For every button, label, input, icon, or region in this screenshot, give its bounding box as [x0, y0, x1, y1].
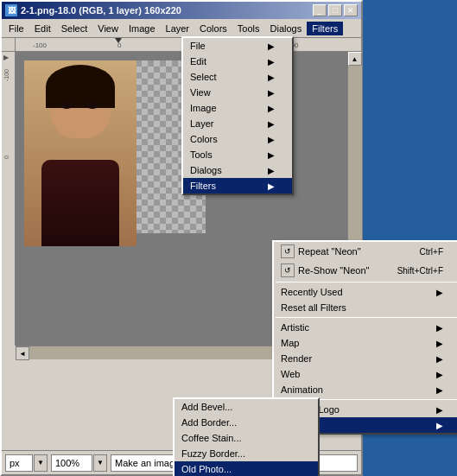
- map-arrow: ▶: [436, 339, 443, 348]
- scroll-up-button[interactable]: ▲: [348, 52, 362, 66]
- alpha-to-logo-arrow: ▶: [436, 405, 443, 415]
- render-label: Render: [281, 353, 312, 364]
- unit-arrow[interactable]: ▼: [34, 454, 48, 472]
- zoom-selector[interactable]: 100% ▼: [51, 454, 107, 472]
- scroll-left-button[interactable]: ◄: [16, 346, 29, 360]
- animation-arrow: ▶: [436, 385, 443, 395]
- repeat-neon-label: Repeat "Neon": [298, 246, 361, 257]
- tools-arrow: ▶: [268, 150, 275, 160]
- canvas-drawing: [24, 60, 158, 246]
- zoom-value: 100%: [55, 458, 79, 468]
- title-buttons: _ □ ✕: [313, 4, 358, 16]
- menu-item-filters[interactable]: Filters ▶: [183, 178, 292, 194]
- minimize-button[interactable]: _: [313, 4, 327, 16]
- menu-tools[interactable]: Tools: [232, 22, 265, 35]
- separator-2: [276, 317, 457, 318]
- render-arrow: ▶: [436, 354, 443, 364]
- decor-submenu: Add Bevel... Add Border... Coffee Stain.…: [173, 397, 320, 476]
- ruler-scrollbar-corner: [347, 38, 361, 51]
- menu-item-file[interactable]: File ▶: [183, 38, 292, 54]
- artistic-item[interactable]: Artistic ▶: [274, 320, 457, 335]
- maximize-button[interactable]: □: [328, 4, 342, 16]
- select-arrow-icon: ▶: [268, 73, 275, 82]
- menu-item-image[interactable]: Image ▶: [183, 100, 292, 116]
- ruler-v-tick-neg100: -100: [3, 69, 10, 81]
- repeat-icon: ↺: [281, 244, 295, 258]
- reset-filters-item[interactable]: Reset all Filters: [274, 300, 457, 315]
- dialogs-arrow: ▶: [268, 166, 275, 175]
- animation-item[interactable]: Animation ▶: [274, 382, 457, 397]
- menu-item-layer[interactable]: Layer ▶: [183, 116, 292, 131]
- old-photo-label: Old Photo...: [181, 464, 232, 474]
- menu-item-dialogs[interactable]: Dialogs ▶: [183, 162, 292, 178]
- tools-label: Tools: [190, 149, 213, 160]
- render-item[interactable]: Render ▶: [274, 351, 457, 366]
- add-border-item[interactable]: Add Border...: [175, 415, 318, 430]
- menu-item-tools[interactable]: Tools ▶: [183, 147, 292, 162]
- ruler-corner: [2, 38, 16, 51]
- web-label: Web: [281, 369, 300, 379]
- menu-bar: File Edit Select View Image Layer Colors…: [2, 19, 361, 38]
- menu-file[interactable]: File: [3, 22, 29, 35]
- image-arrow: ▶: [268, 104, 275, 113]
- add-border-label: Add Border...: [181, 417, 237, 428]
- filters-label: Filters: [190, 181, 216, 191]
- title-bar: 🖼 2-1.png-18.0 (RGB, 1 layer) 160x220 _ …: [2, 2, 361, 19]
- menu-colors[interactable]: Colors: [194, 22, 232, 35]
- unit-selector[interactable]: px ▼: [5, 454, 48, 472]
- menu-dialogs[interactable]: Dialogs: [265, 22, 308, 35]
- figure-eye-left: [60, 102, 73, 109]
- close-button[interactable]: ✕: [344, 4, 358, 16]
- colors-arrow: ▶: [268, 135, 275, 144]
- figure-eye-right: [86, 102, 98, 109]
- artistic-arrow: ▶: [436, 323, 443, 333]
- ruler-v-tick-0: 0: [3, 155, 10, 159]
- filters-arrow: ▶: [268, 181, 275, 191]
- window-title: 2-1.png-18.0 (RGB, 1 layer) 160x220: [21, 5, 181, 16]
- colors-label: Colors: [190, 134, 218, 144]
- repeat-neon-item[interactable]: ↺ Repeat "Neon" Ctrl+F: [274, 242, 457, 261]
- repeat-shortcut: Ctrl+F: [420, 247, 444, 257]
- figure-hair: [46, 65, 115, 108]
- unit-value: px: [10, 458, 20, 468]
- menu-item-edit[interactable]: Edit ▶: [183, 54, 292, 69]
- menu-item-view[interactable]: View ▶: [183, 85, 292, 100]
- map-item[interactable]: Map ▶: [274, 335, 457, 351]
- map-label: Map: [281, 338, 299, 348]
- recently-used-label: Recently Used: [281, 287, 343, 297]
- recently-used-item[interactable]: Recently Used ▶: [274, 284, 457, 300]
- menu-view[interactable]: View: [92, 22, 124, 35]
- recently-used-arrow: ▶: [436, 288, 443, 297]
- separator-1: [276, 282, 457, 282]
- old-photo-item[interactable]: Old Photo...: [175, 461, 318, 476]
- reshow-neon-item[interactable]: ↺ Re-Show "Neon" Shift+Ctrl+F: [274, 261, 457, 280]
- ruler-vertical: ▶ -100 0: [2, 52, 16, 346]
- menu-item-select[interactable]: Select ▶: [183, 69, 292, 85]
- title-bar-text: 🖼 2-1.png-18.0 (RGB, 1 layer) 160x220: [5, 4, 181, 16]
- menu-item-colors[interactable]: Colors ▶: [183, 131, 292, 147]
- layer-arrow: ▶: [268, 119, 275, 129]
- layer-label: Layer: [190, 118, 214, 129]
- ruler-v-indicator: ▶: [3, 54, 9, 61]
- coffee-stain-item[interactable]: Coffee Stain...: [175, 430, 318, 446]
- add-bevel-label: Add Bevel...: [181, 402, 232, 412]
- unit-select[interactable]: px: [5, 454, 33, 472]
- zoom-select[interactable]: 100%: [51, 454, 92, 472]
- figure-outfit: [41, 160, 119, 246]
- file-arrow: ▶: [268, 41, 275, 51]
- fuzzy-border-label: Fuzzy Border...: [181, 448, 245, 459]
- ruler-indicator: [115, 38, 122, 43]
- decor-arrow: ▶: [436, 421, 443, 430]
- menu-edit[interactable]: Edit: [29, 22, 56, 35]
- fuzzy-border-item[interactable]: Fuzzy Border...: [175, 446, 318, 461]
- menu-select[interactable]: Select: [56, 22, 93, 35]
- web-item[interactable]: Web ▶: [274, 366, 457, 382]
- menu-image[interactable]: Image: [124, 22, 161, 35]
- menu-filters[interactable]: Filters: [307, 22, 343, 35]
- reset-filters-label: Reset all Filters: [281, 302, 346, 313]
- zoom-arrow[interactable]: ▼: [93, 454, 107, 472]
- add-bevel-item[interactable]: Add Bevel...: [175, 399, 318, 415]
- ruler-tick-neg100: -100: [33, 41, 47, 49]
- edit-label: Edit: [190, 56, 206, 67]
- menu-layer[interactable]: Layer: [161, 22, 195, 35]
